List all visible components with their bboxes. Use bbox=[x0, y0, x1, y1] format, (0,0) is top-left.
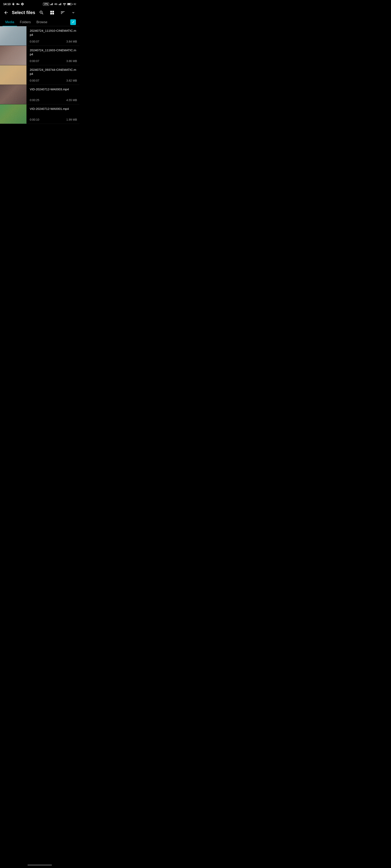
file-name: 20240724_111910-CINEMATIC.mp4 bbox=[30, 29, 77, 37]
svg-rect-2 bbox=[52, 3, 52, 5]
status-left: 14:13 bbox=[3, 2, 24, 6]
status-right: VPN 4G 82 bbox=[43, 3, 76, 6]
file-thumbnail bbox=[0, 46, 26, 65]
file-meta: 0:00:07 3.84 MB bbox=[30, 40, 77, 43]
vpn-badge: VPN bbox=[43, 3, 49, 6]
file-meta: 0:00:07 3.86 MB bbox=[30, 59, 77, 63]
toolbar: Select files bbox=[0, 8, 79, 18]
svg-rect-1 bbox=[51, 4, 52, 5]
file-info: 20240724_111910-CINEMATIC.mp4 0:00:07 3.… bbox=[26, 26, 79, 45]
file-info: VID-20240712-WA0003.mp4 0:00:25 4.55 MB bbox=[26, 85, 79, 104]
network-type: 4G bbox=[54, 3, 57, 5]
file-thumbnail bbox=[0, 65, 26, 85]
file-name: 20240724_093744-CINEMATIC.mp4 bbox=[30, 68, 77, 76]
signal-icon-1 bbox=[50, 3, 53, 5]
file-size: 3.84 MB bbox=[66, 40, 77, 43]
key-icon bbox=[16, 2, 20, 6]
select-all-button[interactable] bbox=[69, 18, 77, 26]
svg-rect-6 bbox=[60, 3, 60, 5]
file-item[interactable]: 20240724_111603-CINEMATIC.mp4 0:00:07 3.… bbox=[0, 46, 79, 65]
file-size: 4.55 MB bbox=[66, 98, 77, 102]
file-thumbnail bbox=[0, 85, 26, 104]
file-info: VID-20240712-WA0001.mp4 0:00:10 1.99 MB bbox=[26, 104, 79, 124]
file-thumbnail bbox=[0, 104, 26, 124]
file-info: 20240724_093744-CINEMATIC.mp4 0:00:07 3.… bbox=[26, 65, 79, 85]
select-all-checkbox bbox=[70, 19, 76, 25]
file-item[interactable]: VID-20240712-WA0001.mp4 0:00:10 1.99 MB bbox=[0, 104, 79, 124]
file-name: VID-20240712-WA0001.mp4 bbox=[30, 107, 77, 111]
tab-browse[interactable]: Browse bbox=[34, 18, 50, 26]
sort-button[interactable] bbox=[59, 9, 66, 16]
page-title: Select files bbox=[12, 10, 36, 15]
svg-rect-7 bbox=[61, 3, 61, 5]
svg-rect-4 bbox=[59, 4, 59, 5]
file-duration: 0:00:07 bbox=[30, 40, 39, 43]
file-item[interactable]: VID-20240712-WA0003.mp4 0:00:25 4.55 MB bbox=[0, 85, 79, 104]
status-bar: 14:13 VPN 4G bbox=[0, 0, 79, 8]
file-item[interactable]: 20240724_111910-CINEMATIC.mp4 0:00:07 3.… bbox=[0, 26, 79, 46]
battery-percent: 82 bbox=[74, 3, 76, 5]
svg-rect-0 bbox=[50, 4, 51, 5]
file-list: 20240724_111910-CINEMATIC.mp4 0:00:07 3.… bbox=[0, 26, 79, 124]
file-meta: 0:00:07 3.82 MB bbox=[30, 79, 77, 82]
tabs-row: Media Folders Browse bbox=[0, 18, 79, 26]
notification-off-icon bbox=[12, 2, 15, 6]
file-duration: 0:00:07 bbox=[30, 79, 39, 82]
file-size: 1.99 MB bbox=[66, 118, 77, 121]
svg-rect-5 bbox=[59, 4, 60, 5]
svg-rect-3 bbox=[52, 3, 53, 5]
settings-icon bbox=[21, 2, 24, 6]
file-duration: 0:00:25 bbox=[30, 98, 39, 102]
file-thumbnail bbox=[0, 26, 26, 45]
tab-folders[interactable]: Folders bbox=[17, 18, 34, 26]
file-duration: 0:00:07 bbox=[30, 59, 39, 63]
file-item[interactable]: 20240724_093744-CINEMATIC.mp4 0:00:07 3.… bbox=[0, 65, 79, 85]
search-button[interactable] bbox=[38, 9, 45, 16]
grid-view-button[interactable] bbox=[49, 9, 56, 16]
file-info: 20240724_111603-CINEMATIC.mp4 0:00:07 3.… bbox=[26, 46, 79, 65]
toolbar-actions bbox=[38, 9, 77, 16]
file-size: 3.82 MB bbox=[66, 79, 77, 82]
file-name: VID-20240712-WA0003.mp4 bbox=[30, 87, 77, 91]
tab-media[interactable]: Media bbox=[2, 18, 17, 26]
file-size: 3.86 MB bbox=[66, 59, 77, 63]
back-button[interactable] bbox=[2, 9, 10, 16]
wifi-icon bbox=[63, 3, 66, 5]
file-meta: 0:00:10 1.99 MB bbox=[30, 118, 77, 121]
clock: 14:13 bbox=[3, 2, 10, 6]
file-meta: 0:00:25 4.55 MB bbox=[30, 98, 77, 102]
signal-icon-2 bbox=[58, 3, 62, 5]
battery-indicator bbox=[67, 3, 73, 5]
more-options-button[interactable] bbox=[69, 9, 77, 16]
file-duration: 0:00:10 bbox=[30, 118, 39, 121]
file-name: 20240724_111603-CINEMATIC.mp4 bbox=[30, 48, 77, 56]
